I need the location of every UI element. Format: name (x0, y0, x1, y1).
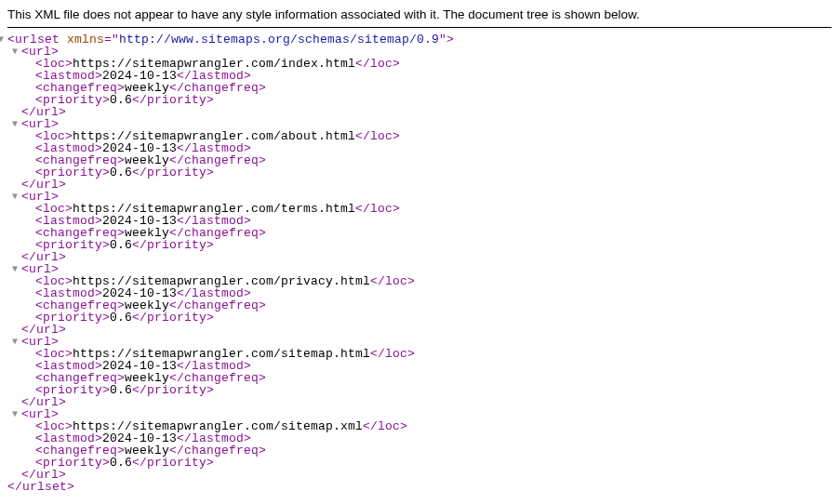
priority-text: 0.6 (110, 238, 132, 252)
priority-row: <priority>0.6</priority> (7, 457, 832, 469)
url-close-row: </url> (7, 396, 832, 408)
priority-row: <priority>0.6</priority> (7, 166, 832, 179)
disclosure-triangle-icon[interactable]: ▼ (12, 338, 21, 347)
priority-text: 0.6 (110, 311, 132, 325)
url-close-row: </url> (7, 469, 832, 481)
xml-tree: ▼<urlset xmlns="http://www.sitemaps.org/… (7, 33, 832, 493)
loc-close-tag: </loc> (370, 274, 415, 288)
priority-text: 0.6 (110, 93, 132, 107)
disclosure-triangle-icon[interactable]: ▼ (12, 192, 21, 202)
loc-close-tag: </loc> (370, 347, 415, 361)
root-attr-name: xmlns (67, 33, 104, 46)
disclosure-triangle-icon[interactable]: ▼ (0, 35, 7, 45)
loc-close-tag: </loc> (355, 202, 400, 216)
root-attr-value: http://www.sitemaps.org/schemas/sitemap/… (119, 33, 439, 46)
disclosure-triangle-icon[interactable]: ▼ (12, 410, 21, 419)
priority-close-tag: </priority> (132, 238, 214, 252)
priority-text: 0.6 (110, 383, 132, 397)
loc-close-tag: </loc> (355, 129, 400, 143)
root-close-row: </urlset> (7, 481, 832, 493)
priority-text: 0.6 (110, 166, 132, 179)
url-close-row: </url> (7, 106, 832, 118)
disclosure-triangle-icon[interactable]: ▼ (12, 120, 21, 129)
priority-row: <priority>0.6</priority> (7, 312, 832, 324)
xml-no-style-notice: This XML file does not appear to have an… (7, 7, 832, 28)
loc-close-tag: </loc> (355, 57, 400, 71)
priority-row: <priority>0.6</priority> (7, 94, 832, 106)
disclosure-triangle-icon[interactable]: ▼ (12, 265, 21, 274)
priority-close-tag: </priority> (132, 383, 214, 397)
root-open-row[interactable]: ▼<urlset xmlns="http://www.sitemaps.org/… (7, 33, 832, 46)
priority-text: 0.6 (110, 456, 132, 470)
priority-row: <priority>0.6</priority> (7, 384, 832, 396)
priority-close-tag: </priority> (132, 166, 214, 179)
disclosure-triangle-icon[interactable]: ▼ (12, 47, 21, 57)
url-close-row: </url> (7, 251, 832, 263)
root-close-tag: </urlset> (7, 480, 74, 494)
url-close-row: </url> (7, 179, 832, 191)
priority-close-tag: </priority> (132, 311, 214, 325)
url-close-row: </url> (7, 324, 832, 336)
loc-close-tag: </loc> (363, 419, 407, 433)
priority-close-tag: </priority> (132, 93, 214, 107)
priority-row: <priority>0.6</priority> (7, 239, 832, 251)
priority-close-tag: </priority> (132, 456, 214, 470)
